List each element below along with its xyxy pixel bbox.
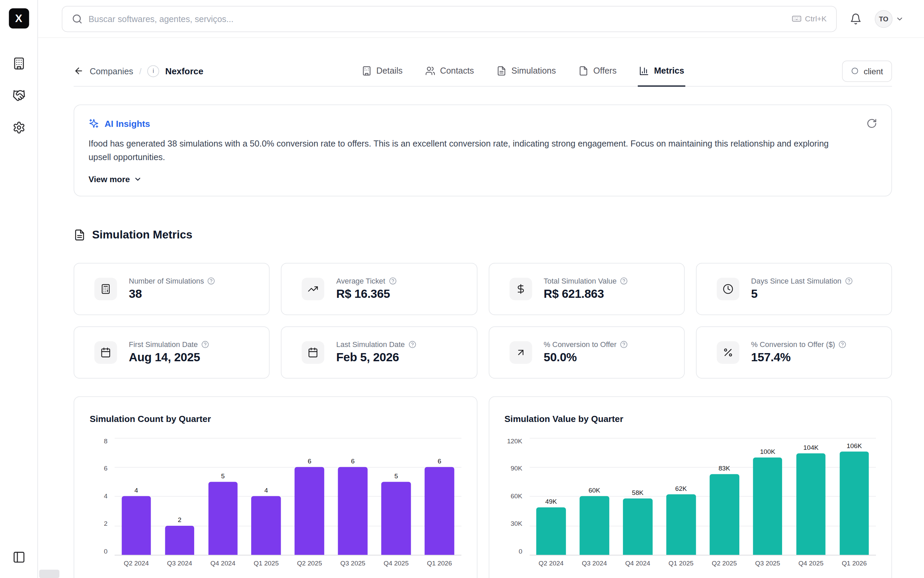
bar-value-label: 4 [264,487,268,494]
bar-value-label: 6 [351,458,355,465]
bar-value-label: 104K [803,445,818,451]
bar: 60K [573,438,616,555]
tab-label: Details [376,66,403,75]
help-icon[interactable] [389,278,397,285]
bell-icon [850,13,862,25]
metrics-grid: Number of Simulations 38 Average Ticket … [74,263,892,378]
y-axis: 120K90K60K30K0 [504,438,529,555]
metric-label: Total Simulation Value [544,277,617,285]
metric-card-last-date: Last Simulation Date Feb 5, 2026 [281,326,477,378]
sidebar-item-settings[interactable] [8,120,29,136]
trending-up-icon [302,278,324,300]
x-axis: Q2 2024Q3 2024Q4 2024Q1 2025Q2 2025Q3 20… [115,560,461,569]
chevron-down-icon [895,15,904,23]
search-input[interactable] [89,14,786,23]
view-more-button[interactable]: View more [89,174,142,184]
metric-value: 157.4% [751,351,847,364]
help-icon[interactable] [620,278,628,285]
arrow-up-right-icon [509,341,532,364]
x-tick-label: Q3 2025 [331,560,375,569]
topbar: Ctrl+K TO [38,0,924,38]
bar: 49K [530,438,573,555]
bar-value-label: 5 [394,473,398,479]
sidebar: X [0,0,38,578]
shortcut-label: Ctrl+K [805,14,826,23]
metric-label: % Conversion to Offer [544,341,617,349]
tab-label: Metrics [654,66,684,75]
x-axis: Q2 2024Q3 2024Q4 2024Q1 2025Q2 2025Q3 20… [530,560,876,569]
x-tick-label: Q1 2025 [244,560,288,569]
help-icon[interactable] [620,341,628,349]
bar-value-label: 6 [307,458,311,465]
sidebar-toggle-button[interactable] [8,549,29,566]
tab-bar: Details Contacts Simulations Offers [360,56,685,86]
help-icon[interactable] [408,341,416,349]
help-icon[interactable] [845,278,853,285]
notifications-button[interactable] [850,13,862,25]
metric-card-first-date: First Simulation Date Aug 14, 2025 [74,326,270,378]
sidebar-item-companies[interactable] [8,56,29,72]
horizontal-scrollbar[interactable] [39,570,59,578]
x-tick-label: Q1 2025 [659,560,703,569]
status-badge[interactable]: client [842,60,892,82]
chart-simulation-count: Simulation Count by Quarter 86420 425466… [74,396,477,578]
bar-value-label: 62K [675,485,687,492]
metric-card-days-since: Days Since Last Simulation 5 [696,263,892,315]
metric-card-conversion: % Conversion to Offer 50.0% [488,326,685,378]
bar-value-label: 83K [719,465,730,471]
help-icon[interactable] [207,278,215,285]
metric-label: Number of Simulations [129,277,204,285]
bar: 4 [115,438,158,555]
metric-value: 50.0% [544,351,628,364]
tab-offers[interactable]: Offers [578,56,618,86]
help-icon[interactable] [201,341,209,349]
tab-label: Offers [593,66,617,75]
metric-card-conversion-value: % Conversion to Offer ($) 157.4% [696,326,892,378]
breadcrumb: Companies / i Nexforce [74,65,203,77]
bar-value-label: 106K [847,443,862,449]
building-icon [361,65,372,76]
user-menu[interactable]: TO [875,10,904,28]
bar-value-label: 100K [760,448,775,455]
help-icon[interactable] [839,341,847,349]
bar: 62K [659,438,703,555]
x-tick-label: Q4 2025 [374,560,418,569]
bar: 100K [746,438,790,555]
back-button[interactable] [74,66,84,76]
search-icon [72,13,83,24]
clock-icon [717,278,739,300]
x-tick-label: Q3 2025 [746,560,790,569]
bar: 5 [374,438,418,555]
handshake-icon [12,89,25,104]
chart-title: Simulation Count by Quarter [89,414,461,424]
circle-icon [851,67,859,75]
calculator-icon [94,278,117,300]
keyboard-icon [791,13,802,24]
bar-value-label: 60K [589,487,600,494]
x-tick-label: Q4 2025 [789,560,833,569]
x-tick-label: Q3 2024 [158,560,201,569]
page-header: Companies / i Nexforce Details Contacts [74,56,892,86]
x-tick-label: Q1 2026 [833,560,876,569]
search-box[interactable]: Ctrl+K [62,6,837,32]
refresh-button[interactable] [866,118,877,128]
tab-contacts[interactable]: Contacts [424,56,475,86]
sparkles-icon [89,118,99,128]
bar-value-label: 5 [221,473,225,479]
tab-metrics[interactable]: Metrics [638,56,685,86]
bar: 106K [833,438,876,555]
tab-details[interactable]: Details [360,56,403,86]
view-more-label: View more [89,174,130,184]
chart-title: Simulation Value by Quarter [504,414,876,424]
bar: 5 [201,438,245,555]
metric-card-average-ticket: Average Ticket R$ 16.365 [281,263,477,315]
metric-card-total-value: Total Simulation Value R$ 621.863 [488,263,685,315]
metric-value: R$ 621.863 [544,287,628,301]
tab-simulations[interactable]: Simulations [495,56,557,86]
ai-insights-card: AI Insights Ifood has generated 38 simul… [74,104,892,196]
sidebar-item-deals[interactable] [8,88,29,104]
bars: 49K60K58K62K83K100K104K106K [530,438,876,555]
bar: 58K [616,438,660,555]
breadcrumb-companies-link[interactable]: Companies [89,66,133,76]
app-logo[interactable]: X [8,8,29,28]
